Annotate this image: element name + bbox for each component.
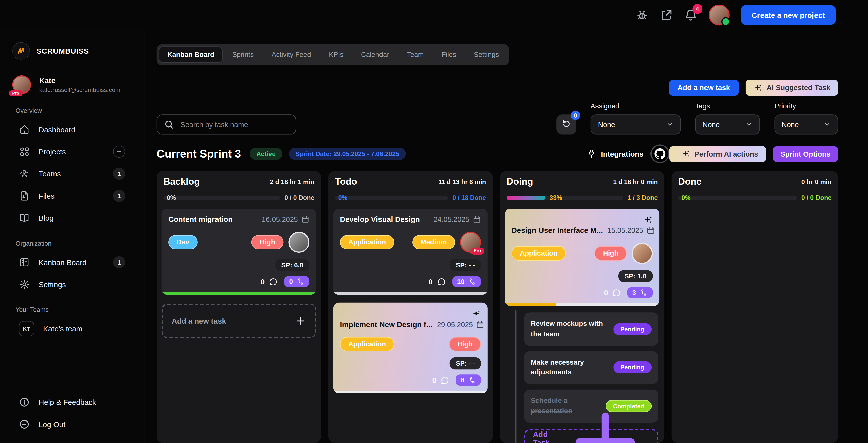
sidebar-item-label: Settings — [39, 280, 66, 288]
card-progress-strip — [333, 391, 488, 394]
story-points-pill: SP: - - — [450, 357, 481, 370]
sidebar-item-blog[interactable]: Blog — [0, 207, 144, 229]
story-points-pill: SP: - - — [450, 259, 481, 271]
sidebar-item-kanban-board[interactable]: Kanban Board1 — [0, 251, 144, 273]
filter-select-tags[interactable]: None — [695, 114, 760, 134]
tab-files[interactable]: Files — [433, 46, 464, 63]
sidebar-user[interactable]: Pro Kate kate.russell@scrumbuiss.com — [0, 64, 144, 96]
sidebar-item-label: Dashboard — [39, 125, 75, 134]
assignee-avatar: Pro — [460, 232, 481, 253]
step-status-pill[interactable]: Pending — [613, 323, 651, 335]
branch-icon — [468, 376, 476, 384]
column-progress-bar: 33% — [506, 196, 623, 199]
plus-icon — [561, 398, 650, 443]
column-progress-bar: 0% — [163, 196, 280, 199]
reset-filters-button[interactable]: 0 — [556, 114, 576, 134]
sprint-title: Current Sprint 3 — [157, 147, 241, 160]
app-root: 4 Create a new project SCRUMBUISS Pro Ka… — [0, 0, 868, 443]
tab-kanban-board[interactable]: Kanban Board — [159, 46, 223, 63]
task-step[interactable]: Review mockups with the teamPending — [524, 312, 658, 345]
card-due-date: 24.05.2025 — [434, 215, 481, 224]
sidebar-item-help-feedback[interactable]: Help & Feedback — [0, 391, 144, 413]
column-duration: 0 hr 0 min — [801, 179, 832, 185]
sprint-options-button[interactable]: Sprint Options — [773, 146, 838, 162]
story-points-pill: SP: 1.0 — [618, 270, 653, 282]
sprint-date-badge: Sprint Date: 29.05.2025 - 7.06.2025 — [289, 147, 406, 160]
comment-icon — [612, 288, 621, 297]
filter-select-assigned[interactable]: None — [591, 114, 681, 134]
add-new-task-box[interactable]: Add a new task — [162, 304, 316, 338]
user-name: Kate — [39, 76, 120, 84]
tab-sprints[interactable]: Sprints — [224, 46, 262, 63]
task-card[interactable]: Design User Interface M...15.05.2025Appl… — [505, 209, 659, 306]
subtask-count-pill[interactable]: 3 — [627, 287, 653, 298]
sidebar: SCRUMBUISS Pro Kate kate.russell@scrumbu… — [0, 30, 145, 443]
book-icon — [19, 212, 30, 224]
perform-ai-actions-button[interactable]: Perform AI actions — [669, 146, 766, 162]
sidebar-item-projects[interactable]: Projects — [0, 141, 144, 163]
filter-label-tags: Tags — [695, 102, 760, 110]
users-icon — [19, 168, 30, 179]
card-due-date: 15.05.2025 — [607, 226, 655, 234]
column-percent: 0% — [166, 193, 176, 202]
add-new-task-button[interactable]: Add a new task — [669, 79, 739, 96]
ai-suggested-task-button[interactable]: AI Suggested Task — [745, 79, 838, 96]
filter-label-priority: Priority — [775, 102, 838, 110]
card-title: Design User Interface M... — [512, 226, 603, 234]
sidebar-count-badge: 1 — [113, 168, 125, 180]
task-step[interactable]: Make necessary adjustmentsPending — [524, 351, 658, 384]
card-title: Develop Visual Design — [340, 215, 420, 224]
app-logo[interactable]: SCRUMBUISS — [0, 38, 144, 64]
tab-activity-feed[interactable]: Activity Feed — [263, 46, 319, 63]
chevron-down-icon — [823, 121, 831, 128]
ai-sparkle-icon — [340, 309, 481, 318]
sidebar-item-label: Teams — [39, 170, 61, 178]
notifications-bell[interactable]: 4 — [684, 8, 698, 22]
step-status-pill[interactable]: Pending — [613, 362, 651, 373]
share-feedback-icon[interactable] — [660, 8, 673, 22]
sidebar-item-kate-s-team[interactable]: KTKate's team — [0, 317, 144, 340]
minus-icon — [19, 419, 30, 430]
create-project-button[interactable]: Create a new project — [741, 5, 836, 25]
grid-icon — [19, 146, 30, 157]
task-card[interactable]: Develop Visual Design24.05.2025Applicati… — [333, 209, 488, 295]
sidebar-item-label: Kate's team — [43, 325, 82, 333]
tab-team[interactable]: Team — [399, 46, 432, 63]
add-project-button[interactable] — [113, 145, 125, 158]
sidebar-item-files[interactable]: Files1 — [0, 185, 144, 207]
chevron-down-icon — [666, 121, 674, 128]
filter-value: None — [598, 120, 615, 129]
sidebar-section-label: Your Teams — [0, 296, 144, 317]
kanban-column-todo: Todo11 d 13 hr 6 min0%0 / 18 DoneDevelop… — [328, 171, 493, 443]
filter-value: None — [782, 120, 799, 129]
filter-select-priority[interactable]: None — [775, 114, 838, 134]
subtask-count-pill[interactable]: 0 — [284, 276, 309, 287]
top-header: 4 Create a new project — [0, 0, 868, 30]
search-input[interactable] — [179, 120, 289, 129]
column-title: Done — [678, 176, 702, 188]
story-points-pill: SP: 6.0 — [275, 259, 309, 271]
task-step-label: Make necessary adjustments — [531, 357, 608, 378]
filter-count-badge: 0 — [570, 111, 580, 120]
sidebar-item-label: Log Out — [39, 420, 65, 429]
bug-report-icon[interactable] — [636, 8, 649, 22]
column-done-count: 0 / 18 Done — [452, 194, 486, 201]
sidebar-item-settings[interactable]: Settings — [0, 273, 144, 296]
add-task-step-button[interactable]: Add Task Step — [524, 429, 658, 443]
sidebar-item-teams[interactable]: Teams1 — [0, 163, 144, 185]
user-avatar[interactable] — [709, 4, 730, 26]
tab-calendar[interactable]: Calendar — [353, 46, 398, 63]
sidebar-item-log-out[interactable]: Log Out — [0, 413, 144, 435]
add-task-step-label: Add Task Step — [533, 431, 561, 443]
github-integration-icon[interactable] — [650, 144, 669, 163]
tab-settings[interactable]: Settings — [466, 46, 507, 63]
task-card[interactable]: Implement New Design f...29.05.2025Appli… — [333, 303, 488, 394]
subtask-count-pill[interactable]: 10 — [452, 276, 481, 287]
sidebar-section-label: Organization — [0, 229, 144, 251]
task-card[interactable]: Content migration16.05.2025DevHighSP: 6.… — [162, 209, 316, 295]
task-search-field[interactable] — [157, 114, 296, 134]
integrations-button[interactable]: Integrations — [587, 149, 644, 158]
tab-kpis[interactable]: KPIs — [320, 46, 352, 63]
sidebar-item-dashboard[interactable]: Dashboard — [0, 118, 144, 141]
subtask-count-pill[interactable]: 8 — [456, 375, 481, 386]
